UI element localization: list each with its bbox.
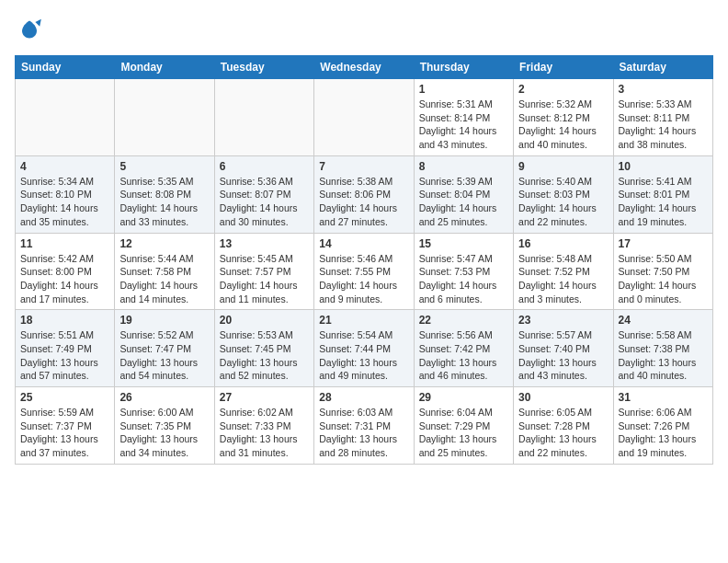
day-number: 23 xyxy=(518,314,608,327)
day-info: Sunrise: 5:48 AMSunset: 7:52 PMDaylight:… xyxy=(518,252,608,306)
day-info: Sunrise: 5:58 AMSunset: 7:38 PMDaylight:… xyxy=(619,328,708,383)
calendar-cell: 17Sunrise: 5:50 AMSunset: 7:50 PMDayligh… xyxy=(613,233,712,310)
calendar-cell: 4Sunrise: 5:34 AMSunset: 8:10 PMDaylight… xyxy=(16,155,115,233)
calendar-cell: 23Sunrise: 5:57 AMSunset: 7:40 PMDayligh… xyxy=(514,310,613,387)
calendar-cell: 2Sunrise: 5:32 AMSunset: 8:12 PMDaylight… xyxy=(514,79,613,156)
day-number: 5 xyxy=(119,160,209,173)
weekday-friday: Friday xyxy=(514,56,613,79)
day-number: 10 xyxy=(619,160,708,173)
day-number: 9 xyxy=(518,160,608,173)
day-info: Sunrise: 5:32 AMSunset: 8:12 PMDaylight:… xyxy=(518,98,608,152)
day-number: 22 xyxy=(419,314,508,327)
day-info: Sunrise: 6:05 AMSunset: 7:28 PMDaylight:… xyxy=(518,406,608,460)
day-number: 4 xyxy=(20,160,109,173)
calendar-cell: 10Sunrise: 5:41 AMSunset: 8:01 PMDayligh… xyxy=(613,155,712,233)
calendar-cell: 16Sunrise: 5:48 AMSunset: 7:52 PMDayligh… xyxy=(514,233,613,310)
day-info: Sunrise: 5:57 AMSunset: 7:40 PMDaylight:… xyxy=(518,328,608,383)
day-number: 14 xyxy=(319,237,408,250)
calendar-cell xyxy=(115,79,214,156)
day-number: 18 xyxy=(20,314,109,327)
logo xyxy=(15,15,48,44)
day-info: Sunrise: 5:38 AMSunset: 8:06 PMDaylight:… xyxy=(319,175,408,229)
day-number: 3 xyxy=(619,83,708,96)
day-number: 26 xyxy=(119,391,209,404)
day-number: 17 xyxy=(619,237,708,250)
day-info: Sunrise: 6:06 AMSunset: 7:26 PMDaylight:… xyxy=(619,406,708,460)
day-number: 20 xyxy=(220,314,309,327)
calendar-cell: 31Sunrise: 6:06 AMSunset: 7:26 PMDayligh… xyxy=(613,387,712,465)
page-header xyxy=(15,15,713,44)
day-info: Sunrise: 5:34 AMSunset: 8:10 PMDaylight:… xyxy=(20,175,109,229)
day-info: Sunrise: 5:50 AMSunset: 7:50 PMDaylight:… xyxy=(619,252,708,306)
calendar-cell: 21Sunrise: 5:54 AMSunset: 7:44 PMDayligh… xyxy=(314,310,414,387)
day-info: Sunrise: 6:04 AMSunset: 7:29 PMDaylight:… xyxy=(419,406,508,460)
calendar-week-row: 4Sunrise: 5:34 AMSunset: 8:10 PMDaylight… xyxy=(16,155,713,233)
day-info: Sunrise: 5:45 AMSunset: 7:57 PMDaylight:… xyxy=(220,252,309,306)
calendar-cell xyxy=(16,79,115,156)
calendar-cell: 7Sunrise: 5:38 AMSunset: 8:06 PMDaylight… xyxy=(314,155,414,233)
weekday-sunday: Sunday xyxy=(16,56,115,79)
weekday-monday: Monday xyxy=(115,56,214,79)
calendar-cell xyxy=(314,79,414,156)
calendar-cell: 3Sunrise: 5:33 AMSunset: 8:11 PMDaylight… xyxy=(613,79,712,156)
calendar-cell: 5Sunrise: 5:35 AMSunset: 8:08 PMDaylight… xyxy=(115,155,214,233)
day-info: Sunrise: 5:59 AMSunset: 7:37 PMDaylight:… xyxy=(20,406,109,460)
day-info: Sunrise: 5:54 AMSunset: 7:44 PMDaylight:… xyxy=(319,328,408,383)
day-info: Sunrise: 5:36 AMSunset: 8:07 PMDaylight:… xyxy=(220,175,309,229)
calendar-cell xyxy=(214,79,313,156)
day-info: Sunrise: 5:53 AMSunset: 7:45 PMDaylight:… xyxy=(220,328,309,383)
weekday-wednesday: Wednesday xyxy=(314,56,414,79)
weekday-thursday: Thursday xyxy=(414,56,513,79)
calendar-week-row: 25Sunrise: 5:59 AMSunset: 7:37 PMDayligh… xyxy=(16,387,713,465)
day-info: Sunrise: 5:31 AMSunset: 8:14 PMDaylight:… xyxy=(419,98,508,152)
day-info: Sunrise: 5:47 AMSunset: 7:53 PMDaylight:… xyxy=(419,252,508,306)
calendar-cell: 12Sunrise: 5:44 AMSunset: 7:58 PMDayligh… xyxy=(115,233,214,310)
calendar-cell: 30Sunrise: 6:05 AMSunset: 7:28 PMDayligh… xyxy=(514,387,613,465)
calendar-cell: 6Sunrise: 5:36 AMSunset: 8:07 PMDaylight… xyxy=(214,155,313,233)
day-number: 21 xyxy=(319,314,408,327)
day-number: 30 xyxy=(518,391,608,404)
calendar-cell: 14Sunrise: 5:46 AMSunset: 7:55 PMDayligh… xyxy=(314,233,414,310)
calendar-cell: 25Sunrise: 5:59 AMSunset: 7:37 PMDayligh… xyxy=(16,387,115,465)
calendar-cell: 20Sunrise: 5:53 AMSunset: 7:45 PMDayligh… xyxy=(214,310,313,387)
day-number: 29 xyxy=(419,391,508,404)
calendar-cell: 8Sunrise: 5:39 AMSunset: 8:04 PMDaylight… xyxy=(414,155,513,233)
day-number: 19 xyxy=(119,314,209,327)
calendar-cell: 19Sunrise: 5:52 AMSunset: 7:47 PMDayligh… xyxy=(115,310,214,387)
day-number: 28 xyxy=(319,391,408,404)
day-number: 7 xyxy=(319,160,408,173)
day-info: Sunrise: 6:03 AMSunset: 7:31 PMDaylight:… xyxy=(319,406,408,460)
day-number: 11 xyxy=(20,237,109,250)
day-number: 2 xyxy=(518,83,608,96)
calendar-cell: 15Sunrise: 5:47 AMSunset: 7:53 PMDayligh… xyxy=(414,233,513,310)
calendar-week-row: 1Sunrise: 5:31 AMSunset: 8:14 PMDaylight… xyxy=(16,79,713,156)
day-number: 16 xyxy=(518,237,608,250)
day-info: Sunrise: 5:42 AMSunset: 8:00 PMDaylight:… xyxy=(20,252,109,306)
logo-icon xyxy=(15,15,44,44)
day-info: Sunrise: 5:56 AMSunset: 7:42 PMDaylight:… xyxy=(419,328,508,383)
day-info: Sunrise: 6:00 AMSunset: 7:35 PMDaylight:… xyxy=(119,406,209,460)
calendar-cell: 26Sunrise: 6:00 AMSunset: 7:35 PMDayligh… xyxy=(115,387,214,465)
calendar-table: SundayMondayTuesdayWednesdayThursdayFrid… xyxy=(15,55,713,465)
day-number: 27 xyxy=(220,391,309,404)
day-info: Sunrise: 5:40 AMSunset: 8:03 PMDaylight:… xyxy=(518,175,608,229)
calendar-cell: 24Sunrise: 5:58 AMSunset: 7:38 PMDayligh… xyxy=(613,310,712,387)
calendar-cell: 18Sunrise: 5:51 AMSunset: 7:49 PMDayligh… xyxy=(16,310,115,387)
calendar-cell: 22Sunrise: 5:56 AMSunset: 7:42 PMDayligh… xyxy=(414,310,513,387)
day-number: 8 xyxy=(419,160,508,173)
day-info: Sunrise: 5:51 AMSunset: 7:49 PMDaylight:… xyxy=(20,328,109,383)
day-info: Sunrise: 5:46 AMSunset: 7:55 PMDaylight:… xyxy=(319,252,408,306)
day-number: 24 xyxy=(619,314,708,327)
calendar-cell: 13Sunrise: 5:45 AMSunset: 7:57 PMDayligh… xyxy=(214,233,313,310)
day-info: Sunrise: 5:44 AMSunset: 7:58 PMDaylight:… xyxy=(119,252,209,306)
weekday-header-row: SundayMondayTuesdayWednesdayThursdayFrid… xyxy=(16,56,713,79)
weekday-tuesday: Tuesday xyxy=(214,56,313,79)
day-info: Sunrise: 5:39 AMSunset: 8:04 PMDaylight:… xyxy=(419,175,508,229)
calendar-cell: 29Sunrise: 6:04 AMSunset: 7:29 PMDayligh… xyxy=(414,387,513,465)
day-number: 12 xyxy=(119,237,209,250)
day-info: Sunrise: 5:33 AMSunset: 8:11 PMDaylight:… xyxy=(619,98,708,152)
weekday-saturday: Saturday xyxy=(613,56,712,79)
calendar-cell: 27Sunrise: 6:02 AMSunset: 7:33 PMDayligh… xyxy=(214,387,313,465)
day-number: 13 xyxy=(220,237,309,250)
day-number: 6 xyxy=(220,160,309,173)
